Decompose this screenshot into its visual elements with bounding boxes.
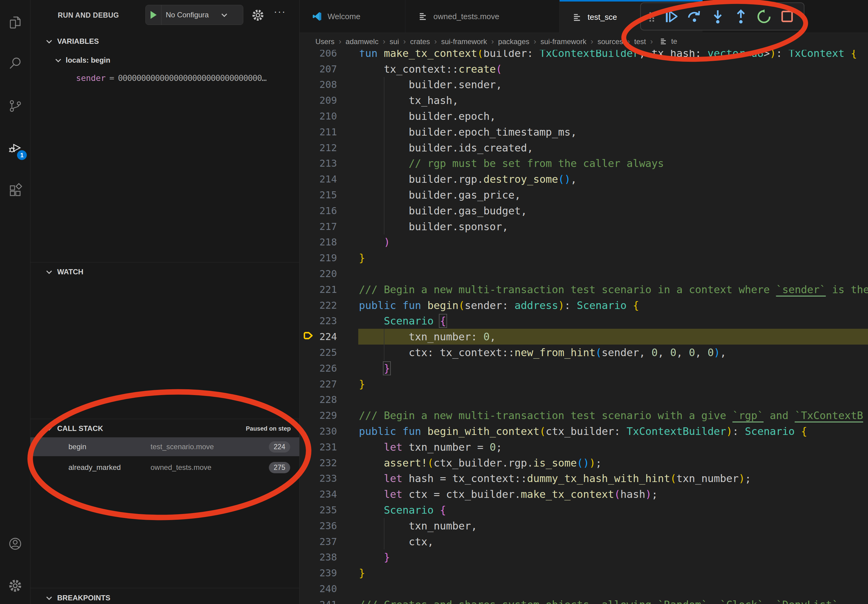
breadcrumb-item[interactable]: sui: [390, 37, 399, 46]
line-number[interactable]: 207: [299, 63, 354, 75]
sidebar-item-extensions[interactable]: [0, 177, 30, 206]
account-button[interactable]: [0, 530, 30, 559]
sidebar-item-source-control[interactable]: [0, 92, 30, 121]
breadcrumb-item[interactable]: adamwelc: [346, 37, 378, 46]
watch-section-header[interactable]: WATCH: [30, 264, 299, 280]
indent-guide: [384, 518, 384, 534]
debug-config-dropdown[interactable]: No Configura: [146, 5, 243, 25]
breadcrumb-item[interactable]: sui-framework: [541, 37, 586, 46]
breadcrumb-separator-icon: ›: [491, 37, 494, 46]
line-number[interactable]: 232: [299, 457, 354, 469]
line-number[interactable]: 241: [299, 599, 354, 604]
line-number[interactable]: 220: [299, 268, 354, 279]
code-line: 219}: [299, 250, 868, 266]
indent-guide: [384, 140, 384, 156]
variable-row[interactable]: sender = 0000000000000000000000000000000…: [30, 69, 299, 87]
call-stack-frame[interactable]: begin test_scenario.move 224: [30, 437, 299, 456]
line-number[interactable]: 222: [299, 300, 354, 311]
sidebar-item-run-and-debug[interactable]: 1: [0, 134, 30, 163]
breadcrumb-item[interactable]: Users: [315, 37, 335, 46]
line-number[interactable]: 240: [299, 583, 354, 595]
start-debug-button[interactable]: [146, 5, 161, 25]
restart-button[interactable]: [755, 6, 773, 27]
code-line: 220: [299, 266, 868, 282]
breadcrumb-item[interactable]: packages: [498, 37, 530, 46]
breadcrumb-file[interactable]: te: [671, 37, 677, 46]
breadcrumb-item[interactable]: sui-framework: [441, 37, 487, 46]
sidebar-item-search[interactable]: [0, 49, 30, 79]
step-out-button[interactable]: [732, 6, 750, 27]
call-stack-frame[interactable]: already_marked owned_tests.move 275: [30, 458, 299, 477]
line-number[interactable]: 216: [299, 205, 354, 217]
vscode-logo-icon: [312, 11, 322, 22]
line-number[interactable]: 210: [299, 110, 354, 122]
code-line: 237 ctx,: [299, 534, 868, 550]
continue-button[interactable]: [662, 6, 681, 27]
indent-guide: [384, 203, 384, 219]
line-number[interactable]: 237: [299, 536, 354, 547]
variables-section-header[interactable]: VARIABLES: [30, 34, 299, 49]
line-number[interactable]: 219: [299, 252, 354, 264]
line-number[interactable]: 209: [299, 94, 354, 106]
more-actions-button[interactable]: ···: [271, 5, 289, 17]
debug-config-label: No Configura: [166, 11, 222, 19]
line-number[interactable]: 217: [299, 221, 354, 232]
debug-settings-gear-button[interactable]: [251, 9, 265, 22]
variables-scope-row[interactable]: locals: begin: [30, 52, 299, 68]
breakpoints-section-header[interactable]: BREAKPOINTS: [30, 590, 299, 604]
line-number[interactable]: 214: [299, 173, 354, 185]
line-number[interactable]: 230: [299, 426, 354, 437]
line-number[interactable]: 229: [299, 410, 354, 421]
section-label: WATCH: [57, 268, 83, 276]
line-number[interactable]: 218: [299, 236, 354, 248]
line-number[interactable]: 234: [299, 488, 354, 500]
line-number[interactable]: 235: [299, 504, 354, 516]
line-number[interactable]: 239: [299, 567, 354, 579]
call-stack-section-header[interactable]: CALL STACK Paused on step: [30, 421, 299, 437]
frame-line-badge: 224: [269, 441, 290, 452]
breadcrumb-separator-icon: ›: [534, 37, 536, 46]
variable-value: 0000000000000000000000000000000…: [118, 73, 267, 83]
breadcrumb-separator-icon: ›: [339, 37, 341, 46]
tab-owned-tests[interactable]: owned_tests.move: [405, 0, 560, 33]
breadcrumb-item[interactable]: sources: [598, 37, 623, 46]
breadcrumb: Users›adamwelc›sui›crates›sui-framework›…: [299, 33, 868, 50]
line-number[interactable]: 236: [299, 520, 354, 531]
line-number[interactable]: 215: [299, 189, 354, 201]
indent-guide: [384, 171, 384, 187]
debug-badge: 1: [17, 150, 27, 160]
line-number[interactable]: 221: [299, 284, 354, 295]
line-number[interactable]: 233: [299, 472, 354, 484]
line-number[interactable]: 212: [299, 142, 354, 153]
chevron-down-icon: [46, 425, 52, 431]
tab-label: owned_tests.move: [433, 12, 499, 21]
step-over-button[interactable]: [685, 6, 704, 27]
line-number[interactable]: 223: [299, 315, 354, 327]
settings-button[interactable]: [0, 572, 30, 601]
panel-title: RUN AND DEBUG: [58, 11, 119, 19]
indent-guide: [384, 345, 384, 360]
breadcrumb-item[interactable]: crates: [410, 37, 430, 46]
code-line: 241/// Creates and shares system objects…: [299, 597, 868, 604]
line-number[interactable]: 208: [299, 79, 354, 90]
stop-button[interactable]: [778, 6, 797, 27]
line-number[interactable]: 226: [299, 362, 354, 374]
toolbar-drag-handle[interactable]: [646, 6, 658, 27]
section-divider: [30, 419, 299, 419]
line-number[interactable]: 227: [299, 378, 354, 390]
line-number[interactable]: 225: [299, 347, 354, 358]
line-number[interactable]: 238: [299, 551, 354, 563]
code-line: 221/// Begin a new multi-transaction tes…: [299, 282, 868, 297]
sidebar-item-explorer[interactable]: [0, 9, 30, 38]
line-number[interactable]: 228: [299, 394, 354, 406]
chevron-down-icon: [55, 57, 61, 62]
tab-welcome[interactable]: Welcome: [299, 0, 405, 33]
line-number[interactable]: 231: [299, 441, 354, 453]
line-number[interactable]: 213: [299, 158, 354, 169]
line-number[interactable]: 211: [299, 126, 354, 138]
code-area[interactable]: 206fun make_tx_context(builder: TxContex…: [299, 45, 868, 604]
step-into-button[interactable]: [708, 6, 727, 27]
indent-guide: [384, 187, 384, 203]
equals-sign: =: [110, 73, 114, 83]
breadcrumb-item[interactable]: test: [634, 37, 646, 46]
